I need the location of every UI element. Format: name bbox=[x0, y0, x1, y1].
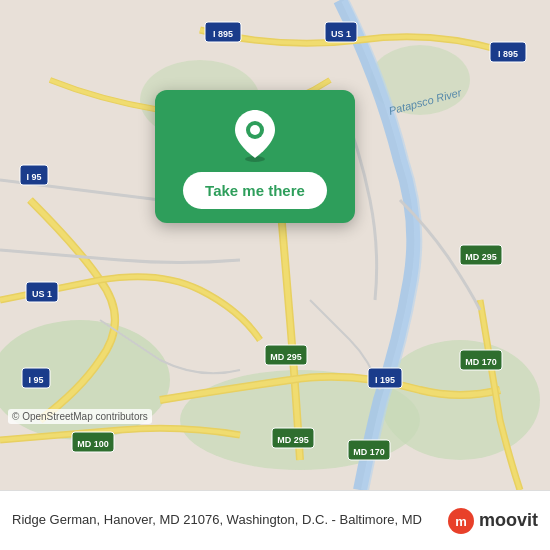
svg-text:I 895: I 895 bbox=[213, 29, 233, 39]
svg-text:US 1: US 1 bbox=[331, 29, 351, 39]
bottom-bar: Ridge German, Hanover, MD 21076, Washing… bbox=[0, 490, 550, 550]
moovit-logo: m moovit bbox=[447, 507, 538, 535]
moovit-logo-icon: m bbox=[447, 507, 475, 535]
svg-text:I 895: I 895 bbox=[498, 49, 518, 59]
svg-text:MD 295: MD 295 bbox=[465, 252, 497, 262]
svg-text:I 95: I 95 bbox=[26, 172, 41, 182]
svg-text:MD 170: MD 170 bbox=[353, 447, 385, 457]
svg-text:MD 295: MD 295 bbox=[277, 435, 309, 445]
svg-text:MD 100: MD 100 bbox=[77, 439, 109, 449]
svg-text:MD 295: MD 295 bbox=[270, 352, 302, 362]
location-card: Take me there bbox=[155, 90, 355, 223]
map-container: I 95 I 895 I 895 US 1 US 1 I 95 MD 295 M… bbox=[0, 0, 550, 490]
take-me-there-button[interactable]: Take me there bbox=[183, 172, 327, 209]
svg-text:m: m bbox=[455, 514, 467, 529]
moovit-text: moovit bbox=[479, 510, 538, 531]
location-pin-icon bbox=[231, 108, 279, 162]
copyright-text: © OpenStreetMap contributors bbox=[8, 409, 152, 424]
svg-text:US 1: US 1 bbox=[32, 289, 52, 299]
address-text: Ridge German, Hanover, MD 21076, Washing… bbox=[12, 511, 447, 529]
svg-point-35 bbox=[250, 125, 260, 135]
svg-text:I 95: I 95 bbox=[28, 375, 43, 385]
svg-text:I 195: I 195 bbox=[375, 375, 395, 385]
svg-text:MD 170: MD 170 bbox=[465, 357, 497, 367]
